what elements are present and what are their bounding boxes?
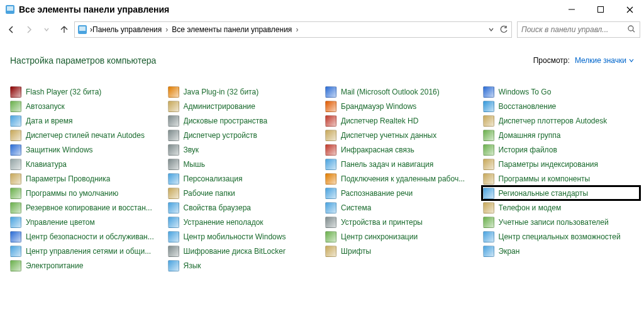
cpl-item-label: Программы по умолчанию [26,189,118,198]
cpl-item[interactable]: Подключения к удаленным рабоч... [325,171,483,186]
network-icon [10,246,21,257]
cpl-item[interactable]: Диспетчер Realtek HD [325,113,483,128]
cpl-item[interactable]: Центр управления сетями и общи... [10,244,168,258]
realtek-icon [325,115,336,127]
breadcrumb-item[interactable]: Все элементы панели управления › [172,25,302,34]
cpl-item[interactable]: Региональные стандарты [482,186,641,200]
cpl-item-label: Дата и время [26,117,72,125]
breadcrumb-item[interactable]: Панель управления › [92,25,172,34]
cpl-item[interactable]: Восстановление [483,99,641,113]
cpl-item[interactable]: Телефон и модем [483,200,641,215]
cpl-item[interactable]: Программы и компоненты [483,171,641,186]
cpl-item-label: Параметры Проводника [26,174,110,183]
view-dropdown[interactable]: Мелкие значки [575,56,634,65]
cpl-item[interactable]: Центр синхронизации [325,229,483,244]
cpl-item-label: Домашняя группа [499,131,561,140]
cpl-item-label: Диспетчер устройств [184,131,257,140]
cpl-item-label: Администрирование [184,102,255,111]
cpl-item[interactable]: Диспетчер устройств [168,128,326,142]
cpl-item[interactable]: Диспетчер учетных данных [325,128,483,142]
cpl-item[interactable]: Персонализация [168,171,326,186]
cpl-item[interactable]: Управление цветом [10,215,168,229]
search-box[interactable] [517,21,640,38]
cpl-item[interactable]: Дисковые пространства [168,113,326,128]
address-bar[interactable]: › Панель управления › Все элементы панел… [74,21,512,38]
refresh-button[interactable] [497,23,510,37]
filehist-icon [483,144,494,156]
remote-icon [325,173,336,185]
cpl-item[interactable]: Распознавание речи [325,186,483,200]
cpl-item[interactable]: Система [325,200,483,215]
cpl-item[interactable]: Брандмауэр Windows [325,99,483,113]
search-input[interactable] [520,25,627,35]
cpl-item[interactable]: Звук [168,142,326,157]
up-button[interactable] [57,22,72,37]
maximize-button[interactable] [586,0,615,19]
cpl-item[interactable]: Мышь [168,157,326,171]
cpl-item-label: Клавиатура [26,160,67,169]
cpl-item[interactable]: Инфракрасная связь [325,142,483,157]
speech-icon [325,188,336,199]
cpl-item[interactable]: Экран [483,244,641,258]
cpl-item[interactable]: Рабочие папки [168,186,326,200]
cpl-item-label: Flash Player (32 бита) [26,88,101,96]
sound-icon [168,144,179,156]
cpl-item-label: Java Plug-in (32 бита) [184,88,259,96]
cpl-item[interactable]: Центр мобильности Windows [168,229,326,244]
cpl-item[interactable]: Flash Player (32 бита) [10,84,168,99]
cpl-item[interactable]: Java Plug-in (32 бита) [168,84,326,99]
cpl-item[interactable]: Свойства браузера [168,200,326,215]
cpl-item[interactable]: Домашняя группа [483,128,641,142]
cpl-item-label: Региональные стандарты [499,189,589,198]
cpl-item-label: Центр специальных возможностей [499,232,621,241]
address-dropdown-icon[interactable] [485,23,497,37]
cpl-item[interactable]: Центр безопасности и обслуживан... [10,229,168,244]
cpl-item-label: Мышь [184,160,206,169]
close-button[interactable] [615,0,644,19]
cpl-item[interactable]: Защитник Windows [10,142,168,157]
cpl-item[interactable]: Администрирование [168,99,326,113]
page-title: Настройка параметров компьютера [10,55,156,65]
folderopt-icon [10,173,21,185]
cpl-item[interactable]: Учетные записи пользователей [483,215,641,229]
cpl-item[interactable]: Шифрование диска BitLocker [168,244,326,258]
infrared-icon [325,144,336,156]
cpl-item[interactable]: Центр специальных возможностей [483,229,641,244]
cpl-item[interactable]: Параметры Проводника [10,171,168,186]
recent-dropdown-icon[interactable] [39,22,54,37]
flash-icon [10,86,21,98]
cpl-item[interactable]: Язык [168,258,326,273]
cpl-item[interactable]: Диспетчер стилей печати Autodes [10,128,168,142]
wtg-icon [483,86,494,98]
cpl-item[interactable]: Диспетчер плоттеров Autodesk [483,113,641,128]
cpl-item[interactable]: Программы по умолчанию [10,186,168,200]
cpl-item[interactable]: История файлов [483,142,641,157]
cpl-item-label: Язык [184,261,201,270]
cpl-item-label: Автозапуск [26,102,65,111]
cpl-item[interactable]: Электропитание [10,258,168,273]
cpl-item[interactable]: Клавиатура [10,157,168,171]
java-icon [168,86,179,98]
minimize-button[interactable] [557,0,586,19]
cpl-item-label: Диспетчер стилей печати Autodes [26,131,145,140]
window-controls [557,0,644,19]
forward-button[interactable] [21,22,36,37]
cpl-item[interactable]: Панель задач и навигация [325,157,483,171]
cpl-item[interactable]: Параметры индексирования [483,157,641,171]
ease-icon [483,231,494,242]
cpl-item-label: Параметры индексирования [499,160,598,169]
cpl-item[interactable]: Дата и время [10,113,168,128]
cpl-item[interactable]: Автозапуск [10,99,168,113]
titlebar: Все элементы панели управления [0,0,644,19]
cpl-item[interactable]: Устройства и принтеры [325,215,483,229]
cpl-item[interactable]: Шрифты [325,244,483,258]
cpl-item[interactable]: Устранение неполадок [168,215,326,229]
breadcrumb-label: Все элементы панели управления [172,25,292,34]
security-icon [10,231,21,242]
cpl-item[interactable]: Резервное копирование и восстан... [10,200,168,215]
cpl-item[interactable]: Windows To Go [483,84,641,99]
cpl-item-label: Дисковые пространства [184,117,268,125]
cpl-item-label: Программы и компоненты [499,174,591,183]
back-button[interactable] [4,22,19,37]
cpl-item[interactable]: Mail (Microsoft Outlook 2016) [325,84,483,99]
